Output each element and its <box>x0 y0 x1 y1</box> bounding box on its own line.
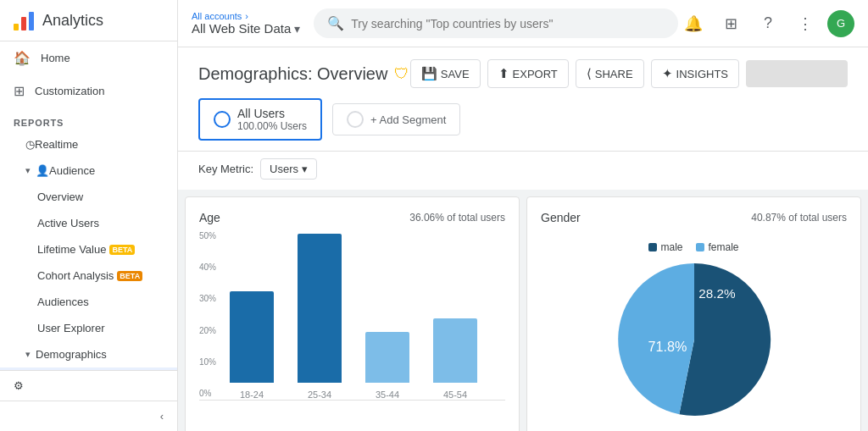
age-chart-card: Age 36.06% of total users 0% 10% 20% 30%… <box>185 196 520 431</box>
more-icon: ⋮ <box>798 14 813 33</box>
help-button[interactable]: ? <box>753 8 783 39</box>
sidebar-collapse-button[interactable]: ‹ <box>0 401 177 431</box>
metric-select[interactable]: Users ▾ <box>260 158 317 180</box>
logo-text: Analytics <box>42 12 103 30</box>
analytics-logo-icon <box>12 8 36 32</box>
sidebar-item-audience[interactable]: ▾ 👤 Audience <box>0 157 177 184</box>
chevron-down-icon-demographics: ▾ <box>25 349 31 360</box>
logo-area: Analytics <box>0 0 177 41</box>
bar-label-18-24: 18-24 <box>240 390 264 400</box>
share-button[interactable]: ⟨ SHARE <box>576 59 644 88</box>
user-avatar[interactable]: G <box>827 10 854 37</box>
breadcrumb-top[interactable]: All accounts › <box>192 11 300 21</box>
breadcrumb-arrow: › <box>245 11 248 21</box>
sidebar-audience-label: Audience <box>49 164 95 177</box>
metric-value: Users <box>270 163 298 175</box>
property-name: All Web Site Data <box>192 21 291 36</box>
age-bar-chart: 0% 10% 20% 30% 40% 50% 18-24 <box>199 231 505 426</box>
customization-icon: ⊞ <box>14 83 25 99</box>
sidebar-item-user-explorer[interactable]: User Explorer <box>0 315 177 341</box>
bar-label-25-34: 25-34 <box>308 390 331 400</box>
search-input[interactable] <box>351 17 665 30</box>
export-label: EXPORT <box>513 68 558 80</box>
gender-chart-title: Gender <box>541 211 581 224</box>
sidebar-settings[interactable]: ⚙ <box>0 370 177 401</box>
cohort-badge: BETA <box>117 271 142 281</box>
realtime-icon: ◷ <box>25 138 35 151</box>
bar-45-54 <box>433 318 477 383</box>
breadcrumb-bottom[interactable]: All Web Site Data ▾ <box>192 21 300 36</box>
share-label: SHARE <box>595 68 633 80</box>
female-pct-label: 28.2% <box>698 286 736 301</box>
content-area: Demographics: Overview 🛡 💾 SAVE ⬆ EXPORT… <box>178 47 868 431</box>
female-legend-label: female <box>708 241 738 253</box>
header-actions: 💾 SAVE ⬆ EXPORT ⟨ SHARE ✦ INSIGHTS <box>410 59 848 88</box>
save-label: SAVE <box>441 68 470 80</box>
overview-label: Overview <box>37 191 83 203</box>
content-header: Demographics: Overview 🛡 💾 SAVE ⬆ EXPORT… <box>178 47 868 88</box>
insights-label: INSIGHTS <box>676 68 728 80</box>
y-label-30: 30% <box>199 294 216 303</box>
bar-chart-inner: 0% 10% 20% 30% 40% 50% 18-24 <box>199 231 505 401</box>
sidebar-item-home[interactable]: 🏠 Home <box>0 41 177 75</box>
pie-legend: male female <box>648 241 738 253</box>
gender-chart-card: Gender 40.87% of total users male female <box>526 196 861 431</box>
sidebar-realtime-label: Realtime <box>35 138 78 151</box>
home-icon: 🏠 <box>14 50 31 66</box>
share-icon: ⟨ <box>587 66 592 81</box>
apps-button[interactable]: ⊞ <box>715 8 746 39</box>
sidebar: Analytics 🏠 Home ⊞ Customization REPORTS… <box>0 0 178 431</box>
save-icon: 💾 <box>421 66 437 81</box>
reports-section-label: REPORTS <box>0 108 177 131</box>
sidebar-navigation: 🏠 Home ⊞ Customization REPORTS ◷ Realtim… <box>0 41 177 370</box>
sidebar-item-realtime[interactable]: ◷ Realtime <box>0 131 177 157</box>
save-button[interactable]: 💾 SAVE <box>410 59 481 88</box>
sidebar-item-lifetime-value[interactable]: Lifetime Value BETA <box>0 236 177 262</box>
page-title: Demographics: Overview <box>198 64 387 84</box>
all-users-segment[interactable]: All Users 100.00% Users <box>198 98 322 141</box>
legend-male: male <box>648 241 682 253</box>
svg-rect-1 <box>21 17 26 30</box>
sidebar-item-overview[interactable]: Overview <box>0 184 177 210</box>
topbar-actions: 🔔 ⊞ ? ⋮ G <box>678 8 854 39</box>
sidebar-item-customization[interactable]: ⊞ Customization <box>0 75 177 108</box>
sidebar-item-demographics[interactable]: ▾ Demographics <box>0 341 177 367</box>
add-segment-button[interactable]: + Add Segment <box>332 103 460 135</box>
notifications-button[interactable]: 🔔 <box>678 8 709 39</box>
segment-name: All Users <box>237 107 307 120</box>
bar-group-35-44: 35-44 <box>365 332 409 400</box>
audience-icon: 👤 <box>36 164 49 177</box>
property-dropdown-arrow: ▾ <box>294 22 300 36</box>
svg-rect-2 <box>29 12 34 30</box>
all-accounts-link[interactable]: All accounts <box>192 11 242 21</box>
sidebar-item-audiences[interactable]: Audiences <box>0 289 177 315</box>
segment-sub: 100.00% Users <box>237 120 307 132</box>
male-legend-label: male <box>660 241 682 253</box>
bar-label-45-54: 45-54 <box>443 390 467 400</box>
main-area: All accounts › All Web Site Data ▾ 🔍 🔔 ⊞… <box>178 0 868 431</box>
sidebar-item-active-users[interactable]: Active Users <box>0 210 177 236</box>
page-title-row: Demographics: Overview 🛡 <box>198 64 409 84</box>
export-button[interactable]: ⬆ EXPORT <box>487 59 569 88</box>
metric-row: Key Metric: Users ▾ <box>178 152 868 190</box>
bar-25-34 <box>298 234 342 383</box>
help-icon: ? <box>764 14 772 32</box>
search-bar[interactable]: 🔍 <box>314 8 678 38</box>
sidebar-item-cohort-analysis[interactable]: Cohort Analysis BETA <box>0 262 177 289</box>
active-users-label: Active Users <box>37 217 99 229</box>
topbar: All accounts › All Web Site Data ▾ 🔍 🔔 ⊞… <box>178 0 868 47</box>
pie-container: male female <box>541 231 847 426</box>
more-button[interactable]: ⋮ <box>790 8 821 39</box>
metric-dropdown-arrow: ▾ <box>302 163 308 175</box>
male-pct-label: 71.8% <box>648 339 687 354</box>
age-chart-title: Age <box>199 211 220 224</box>
age-chart-subtitle: 36.06% of total users <box>409 212 505 224</box>
verified-icon: 🛡 <box>394 65 409 83</box>
y-label-0: 0% <box>199 389 216 398</box>
add-segment-circle <box>347 111 364 128</box>
add-segment-label: + Add Segment <box>370 113 446 126</box>
user-explorer-label: User Explorer <box>37 322 104 334</box>
dropdown-placeholder[interactable] <box>746 60 848 87</box>
insights-button[interactable]: ✦ INSIGHTS <box>651 59 739 88</box>
y-label-20: 20% <box>199 326 216 335</box>
